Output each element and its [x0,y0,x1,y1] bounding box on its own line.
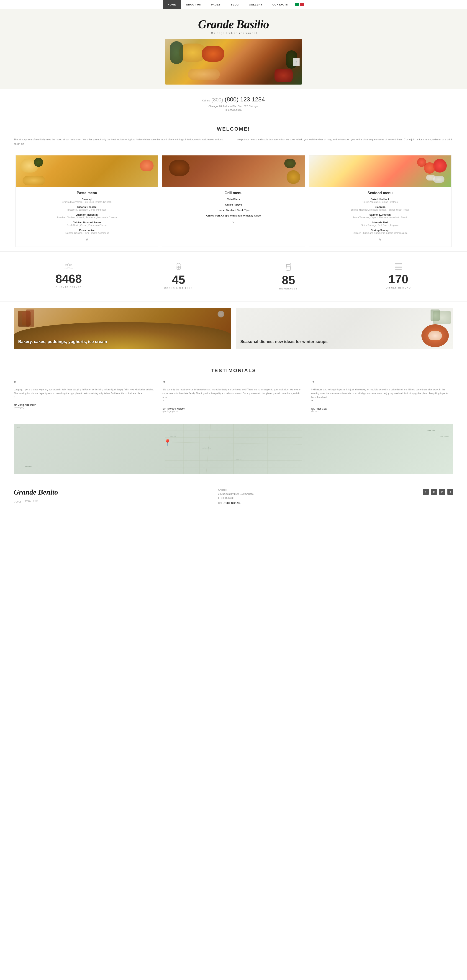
testimonial-3-name: Mr. Piter Cox [311,407,453,410]
map-section[interactable]: Main Rd Jackson Blvd State St 📍 Fork New… [14,424,453,474]
cooks-label: COOKS & WAITERS [124,287,234,290]
seafood-item-2-desc: Shrimp, Haddock, Mussels, Tomato, Fennel… [309,208,451,212]
promo-bakery-text: Bakery, cakes, puddings, yoghurts, ice c… [18,339,227,345]
seafood-item-1-desc: Grilled Asparagus, Yukon Potatoes [309,200,451,204]
dishes-number: 170 [343,273,454,285]
map-visual: Main Rd Jackson Blvd State St 📍 Fork New… [14,424,453,474]
promo-banner-seasonal[interactable]: Seasonal dishes: new ideas for winter so… [236,309,453,349]
stat-dishes: 170 DISHES IN MENU [343,263,454,290]
social-facebook[interactable]: f [423,489,429,495]
nav-item-home[interactable]: HOME [163,0,181,9]
social-twitter[interactable]: t [447,489,453,495]
testimonial-2-name: Mr. Richard Nelson [162,407,304,410]
seafood-item-4-desc: Spicy Sausage, Red Sauce, Linguine [309,224,451,227]
hero-title: Grande Basilio [5,19,462,30]
footer-social: f g+ in t [423,489,453,495]
footer-social-container: f g+ in t [423,488,453,495]
seafood-more-button[interactable]: ∨ [309,237,451,242]
menu-img-grill [162,156,305,187]
grill-item-3-name: House Tumbled Steak Tips [162,209,305,212]
svg-point-1 [65,264,67,266]
nav-item-about[interactable]: ABOUT US [181,0,206,9]
cooks-number: 45 [124,274,234,286]
nav-item-blog[interactable]: BLOG [226,0,244,9]
address: Chicago, 28 Jackson Blvd Ste 1020 Chicag… [5,104,462,112]
phone-row: Call us: (800) (800) 123 1234 [5,96,462,103]
stat-beverages: 85 BEVERAGES [234,263,343,290]
nav-item-contacts[interactable]: CONTACTS [267,0,293,9]
stats-section: 8468 CLIENTS SERVED 45 COOKS & WAITERS 8… [0,251,467,302]
pasta-item-2-desc: Broccolini, Sausage, Garlic, Parmesan [16,208,158,212]
pasta-more-button[interactable]: ∨ [16,237,158,242]
pasta-item-4-desc: Fresh Garlic, Cream, Parmesan Cheese [16,224,158,227]
svg-text:State St: State St [236,458,241,460]
footer: Grande Benito © 2016 | Privacy Policy Ch… [0,481,467,512]
call-label: Call us: [202,99,210,102]
pasta-item-4-name: Chicken Broccoli Penne [16,221,158,224]
footer-privacy-link[interactable]: Privacy Policy [24,500,38,502]
testimonial-1-text: Long ago I got a chance to get my educat… [14,388,156,395]
promo-banner-bakery[interactable]: Bakery, cakes, puddings, yoghurts, ice c… [14,309,231,349]
svg-text:Jackson Blvd: Jackson Blvd [202,447,211,449]
testimonial-1: " Long ago I got a chance to get my educ… [14,380,156,412]
footer-brand-title: Grande Benito [14,488,209,496]
pasta-item-1-name: Cavatapi [16,198,158,200]
hero-section: Grande Basilio .Chicago Italian restaura… [0,10,467,89]
grill-item-1-name: Twin Filets [162,198,305,200]
testimonials-section: TESTIMONIALS " Long ago I got a chance t… [0,356,467,424]
stat-cooks: 45 COOKS & WAITERS [124,263,234,290]
footer-phone: 800 123 1234 [226,502,240,504]
flag-red [300,3,304,6]
pasta-item-2-name: Ricotta Gnocchi [16,205,158,208]
footer-brand: Grande Benito © 2016 | Privacy Policy [14,488,209,503]
quote-open-3: " [311,380,453,386]
grill-more-button[interactable]: ∨ [162,219,305,224]
menu-img-seafood [309,156,451,187]
promo-banners: Bakery, cakes, puddings, yoghurts, ice c… [0,302,467,356]
quote-close-3: " [311,399,313,404]
welcome-col-1: The atmosphere of real Italy rules the m… [14,137,230,146]
svg-point-0 [67,264,70,266]
footer-call-label: Call us: [218,502,226,504]
seafood-item-3-desc: Roma Tomatoes, Capers, Marinara served w… [309,216,451,219]
svg-rect-7 [286,263,291,264]
clients-label: CLIENTS SERVED [14,286,124,288]
map-lines-svg: Main Rd Jackson Blvd State St [14,424,453,474]
pasta-item-5-desc: Sauteed Chicken, Plum Tomato, Asparagus [16,232,158,235]
svg-text:Main Rd: Main Rd [170,436,176,438]
testimonials-cols: " Long ago I got a chance to get my educ… [14,380,453,412]
grill-menu-title: Grill menu [162,191,305,195]
beverages-number: 85 [234,274,343,286]
seafood-item-5-name: Shrimp Scampi [309,229,451,232]
dishes-icon [343,263,454,271]
svg-point-3 [177,263,180,266]
contact-bar: Call us: (800) (800) 123 1234 Chicago, 2… [0,89,467,117]
cooks-icon [124,263,234,271]
quote-open-2: " [162,380,304,386]
map-pin: 📍 [164,439,172,447]
hero-next-button[interactable]: › [293,58,300,66]
map-label-2: New York [427,430,435,432]
testimonial-3: " I will never stop visiting this place.… [311,380,453,412]
testimonial-1-role: (manager) [14,406,156,409]
seafood-item-5-desc: Sauteed Shrimp and Summer in a garlic sc… [309,232,451,235]
welcome-title: WELCOME! [14,126,453,132]
menu-section: Pasta menu Cavatapi Smoked Mozzarella, S… [0,151,467,251]
welcome-col-2: We put our hearts and souls into every d… [237,137,453,146]
footer-copy: © 2016 | [14,501,22,503]
hero-food-visual [165,39,302,84]
social-google[interactable]: g+ [431,489,437,495]
testimonial-2-role: (photographer) [162,410,304,412]
phone-number: (800) (800) 123 1234 [211,96,265,103]
footer-contact: Chicago, 28 Jackson Blvd Ste 1020 Chicag… [218,488,414,505]
social-linkedin[interactable]: in [439,489,445,495]
hero-subtitle: .Chicago Italian restaurant [5,32,462,34]
clients-number: 8468 [14,273,124,285]
dishes-label: DISHES IN MENU [343,286,454,289]
nav-item-gallery[interactable]: GALLERY [244,0,267,9]
nav-item-pages[interactable]: PAGES [206,0,226,9]
testimonial-2-text: It is currently the most favorite Italia… [162,388,304,399]
pasta-menu-title: Pasta menu [16,191,158,195]
quote-open-1: " [14,380,156,386]
seafood-menu-title: Seafood menu [309,191,451,195]
